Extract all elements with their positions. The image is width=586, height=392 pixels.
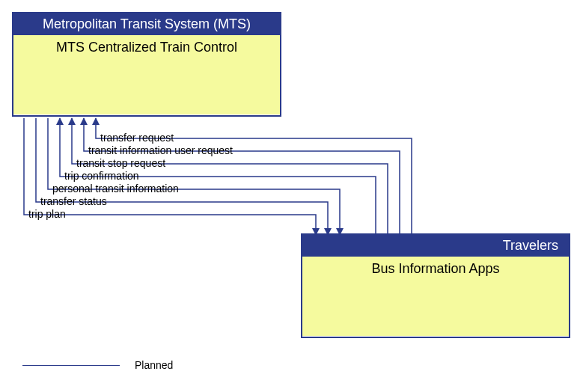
node-mts-body: MTS Centralized Train Control	[13, 35, 280, 114]
flow-label-transfer-request: transfer request	[100, 132, 174, 144]
flow-label-trip-confirmation: trip confirmation	[64, 170, 139, 182]
node-travelers-header: Travelers	[302, 235, 569, 257]
node-travelers-body: Bus Information Apps	[302, 257, 569, 336]
legend-label: Planned	[135, 359, 173, 371]
flow-label-transit-stop-request: transit stop request	[76, 157, 165, 169]
legend-line	[22, 365, 120, 366]
flow-label-trip-plan: trip plan	[28, 208, 66, 220]
flow-label-transfer-status: transfer status	[40, 195, 107, 207]
node-mts: Metropolitan Transit System (MTS) MTS Ce…	[12, 12, 281, 117]
node-travelers: Travelers Bus Information Apps	[301, 233, 570, 338]
flow-label-personal-transit-info: personal transit information	[52, 183, 179, 195]
flow-label-transit-info-user-request: transit information user request	[88, 144, 233, 156]
node-mts-header: Metropolitan Transit System (MTS)	[13, 13, 280, 35]
